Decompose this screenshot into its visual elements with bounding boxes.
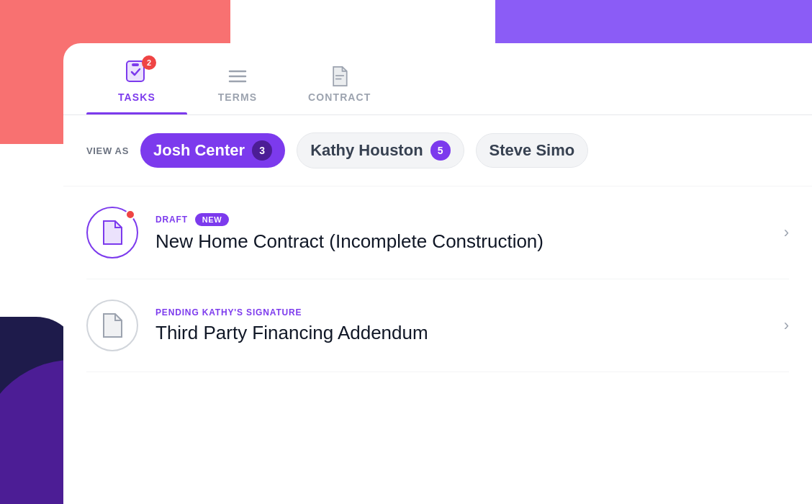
contract-tab-label: CONTRACT (308, 91, 371, 103)
tab-tasks[interactable]: 2 TASKS (86, 60, 187, 114)
terms-tab-label: TERMS (218, 91, 258, 103)
tabs-bar: 2 TASKS TERMS CONTRACT (63, 43, 812, 115)
tab-terms[interactable]: TERMS (187, 66, 288, 114)
main-card: 2 TASKS TERMS CONTRACT VIEW AS Jo (63, 43, 812, 504)
person-badge-kathy: 5 (430, 140, 451, 161)
item-1-chevron: › (784, 223, 789, 242)
tasks-badge: 2 (142, 55, 156, 70)
person-pill-kathy[interactable]: Kathy Houston 5 (297, 132, 464, 168)
item-2-chevron: › (784, 316, 789, 335)
item-1-status: DRAFT (155, 215, 188, 225)
tab-contract[interactable]: CONTRACT (288, 66, 392, 114)
item-2-title: Third Party Financing Addendum (155, 322, 767, 344)
contract-item-2[interactable]: PENDING KATHY'S SIGNATURE Third Party Fi… (86, 279, 789, 372)
person-pill-josh[interactable]: Josh Center 3 (140, 133, 285, 168)
item-1-icon (101, 220, 124, 246)
item-1-content: DRAFT NEW New Home Contract (Incomplete … (155, 213, 767, 253)
item-2-icon-wrap (86, 300, 138, 351)
item-1-meta: DRAFT NEW (155, 213, 767, 226)
item-2-icon (101, 312, 124, 338)
item-1-dot (125, 210, 135, 220)
person-name-josh: Josh Center (153, 141, 245, 160)
contract-icon (329, 66, 351, 87)
tasks-icon-wrap: 2 (125, 60, 149, 87)
items-list: DRAFT NEW New Home Contract (Incomplete … (63, 186, 812, 372)
item-2-meta: PENDING KATHY'S SIGNATURE (155, 307, 767, 318)
person-name-kathy: Kathy Houston (310, 141, 423, 160)
svg-rect-2 (132, 63, 139, 66)
person-name-steve: Steve Simo (490, 141, 575, 160)
item-1-title: New Home Contract (Incomplete Constructi… (155, 230, 767, 253)
tasks-tab-label: TASKS (118, 91, 155, 103)
item-2-content: PENDING KATHY'S SIGNATURE Third Party Fi… (155, 307, 767, 344)
terms-icon (227, 66, 248, 87)
view-as-label: VIEW AS (86, 145, 129, 156)
person-pill-steve[interactable]: Steve Simo (476, 133, 589, 168)
view-as-section: VIEW AS Josh Center 3 Kathy Houston 5 St… (63, 115, 812, 186)
item-1-icon-wrap (86, 207, 138, 258)
person-badge-josh: 3 (252, 140, 272, 161)
item-2-status: PENDING KATHY'S SIGNATURE (155, 307, 302, 318)
item-1-new-badge: NEW (195, 213, 229, 226)
contract-item-1[interactable]: DRAFT NEW New Home Contract (Incomplete … (86, 186, 789, 279)
